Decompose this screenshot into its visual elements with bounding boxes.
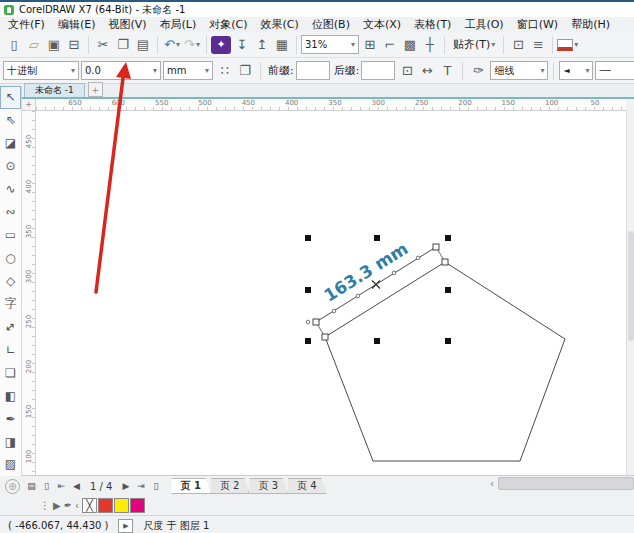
menu-item[interactable]: 视图(V) — [108, 17, 146, 32]
chevron-down-icon[interactable]: ▾ — [205, 66, 209, 75]
selection-handle[interactable] — [445, 287, 451, 293]
menu-item[interactable]: 窗口(W) — [517, 17, 558, 32]
selection-handle[interactable] — [305, 338, 311, 344]
transparency-tool-icon[interactable]: ◧ — [0, 384, 21, 407]
polygon-tool-icon[interactable]: ◇ — [0, 270, 21, 293]
interactive-fill-tool-icon[interactable]: ◨ — [0, 430, 21, 453]
horizontal-scrollbar-thumb[interactable] — [498, 477, 634, 490]
control-point[interactable] — [332, 309, 336, 313]
copy-icon[interactable]: ❐ — [113, 35, 133, 55]
open-icon[interactable]: ▱ — [24, 35, 44, 55]
color-eyedropper-tool-icon[interactable]: ✒ — [0, 407, 21, 430]
show-units-icon[interactable]: ⊡ — [397, 61, 417, 81]
menu-item[interactable]: 表格(T) — [414, 17, 451, 32]
yellow-swatch[interactable] — [114, 498, 129, 513]
magenta-swatch[interactable] — [130, 498, 145, 513]
menu-item[interactable]: 帮助(H) — [571, 17, 610, 32]
control-point[interactable] — [306, 320, 310, 324]
menu-item[interactable]: 对象(C) — [209, 17, 247, 32]
text-tool-icon[interactable]: 字 — [0, 292, 21, 315]
dimension-node[interactable] — [442, 259, 448, 265]
ellipse-tool-icon[interactable]: ○ — [0, 247, 21, 270]
pick-tool-icon[interactable]: ↖ — [0, 86, 21, 109]
options-icon[interactable]: ⊡ — [508, 35, 528, 55]
next-page-icon[interactable]: ▶ — [118, 478, 133, 494]
selection-handle[interactable] — [374, 235, 380, 241]
dimension-node[interactable] — [433, 244, 439, 250]
control-point[interactable] — [356, 294, 360, 298]
dimension-extension-icon[interactable]: ↔ — [417, 61, 437, 81]
cut-icon[interactable]: ✂ — [93, 35, 113, 55]
ruler-origin[interactable]: + — [22, 99, 36, 111]
first-page-icon[interactable]: ⇤ — [54, 478, 69, 494]
freehand-tool-icon[interactable]: ∿ — [0, 178, 21, 201]
drop-shadow-tool-icon[interactable]: ❏ — [0, 361, 21, 384]
palette-scroll-icon[interactable]: ‹ — [75, 500, 79, 511]
fullscreen-preview-icon[interactable]: ⊞ — [360, 35, 380, 55]
crop-tool-icon[interactable]: ◪ — [0, 132, 21, 155]
page-tab[interactable]: 页 2 — [211, 478, 250, 494]
dimension-node[interactable] — [313, 319, 319, 325]
chevron-down-icon[interactable]: ▾ — [153, 66, 157, 75]
zoom-level-combo[interactable]: 31% ▾ — [301, 35, 359, 54]
navigator-flyout-icon[interactable]: ▤ — [24, 478, 39, 494]
save-icon[interactable]: ▣ — [44, 35, 64, 55]
menu-item[interactable]: 位图(B) — [312, 17, 350, 32]
show-guidelines-icon[interactable]: ┼ — [420, 35, 440, 55]
menu-item[interactable]: 效果(C) — [261, 17, 299, 32]
publish-pdf-icon[interactable]: ▦ — [272, 35, 292, 55]
no-fill-swatch[interactable]: ╳ — [82, 498, 97, 513]
dynamic-dimensioning-icon[interactable]: ∷ — [215, 61, 235, 81]
dimension-label[interactable]: 163.3 mm — [320, 238, 411, 305]
prefix-input[interactable] — [296, 61, 330, 80]
menu-item[interactable]: 编辑(E) — [58, 17, 96, 32]
page-options-icon[interactable]: ▯ — [39, 478, 54, 494]
line-style-combo[interactable]: ─── ▾ — [595, 61, 634, 80]
red-swatch[interactable] — [98, 498, 113, 513]
show-rulers-icon[interactable]: ⌐ — [380, 35, 400, 55]
page-tab[interactable]: 页 4 — [288, 478, 327, 494]
dimension-node[interactable] — [322, 334, 328, 340]
parallel-dimension-tool-icon[interactable]: ↔ — [0, 315, 21, 338]
vertical-scrollbar[interactable] — [626, 111, 634, 475]
suffix-input[interactable] — [361, 61, 395, 80]
previous-page-icon[interactable]: ◀ — [69, 478, 84, 494]
selection-handle[interactable] — [445, 338, 451, 344]
status-play-icon[interactable]: ▶ — [118, 519, 133, 533]
import-icon[interactable]: ↧ — [232, 35, 252, 55]
dimension-center-mark[interactable] — [372, 281, 380, 289]
text-position-icon[interactable]: T — [437, 61, 457, 81]
selection-handle[interactable] — [374, 338, 380, 344]
selection-handle[interactable] — [305, 287, 311, 293]
menu-item[interactable]: 布局(L) — [160, 17, 197, 32]
application-launcher-button[interactable]: ▾ — [557, 35, 578, 55]
chevron-down-icon[interactable]: ▾ — [585, 66, 589, 75]
page-tab[interactable]: 页 3 — [249, 478, 288, 494]
dimension-precision-combo[interactable]: 0.0 ▾ — [81, 61, 161, 80]
menu-item[interactable]: 文本(X) — [363, 17, 401, 32]
arrowhead-style-combo[interactable]: ◄ ▾ — [559, 61, 593, 80]
shape-tool-icon[interactable]: ⇖ — [0, 109, 21, 132]
corel-connect-icon[interactable]: ✦ — [211, 36, 231, 54]
selection-handle[interactable] — [305, 235, 311, 241]
palette-eyedropper-icon[interactable]: ✒ — [64, 500, 72, 511]
vertical-scrollbar-thumb[interactable] — [628, 231, 634, 341]
leader-settings-icon[interactable]: ❐ — [235, 61, 255, 81]
dimension-style-combo[interactable]: 十进制 ▾ — [3, 61, 79, 80]
drawing-canvas[interactable]: 163.3 mm — [22, 111, 626, 475]
view-manager-icon[interactable]: ≡ — [528, 35, 548, 55]
horizontal-ruler[interactable]: 65060055050045040035030025020015010050 — [36, 99, 626, 111]
export-icon[interactable]: ↥ — [252, 35, 272, 55]
print-icon[interactable]: ⊟ — [64, 35, 84, 55]
palette-handle-icon[interactable]: ⋮ — [40, 500, 50, 511]
redo-icon[interactable]: ↷▾ — [182, 35, 202, 55]
document-tab[interactable]: 未命名 -1 — [24, 83, 85, 97]
artistic-media-tool-icon[interactable]: ∾ — [0, 201, 21, 224]
show-grid-icon[interactable]: ▩ — [400, 35, 420, 55]
connector-tool-icon[interactable]: ∟ — [0, 338, 21, 361]
chevron-down-icon[interactable]: ▾ — [351, 40, 355, 49]
zoom-tool-icon[interactable]: ⊙ — [0, 155, 21, 178]
rectangle-tool-icon[interactable]: ▭ — [0, 224, 21, 247]
paste-icon[interactable]: ▤ — [133, 35, 153, 55]
dimension-units-combo[interactable]: mm ▾ — [163, 61, 213, 80]
